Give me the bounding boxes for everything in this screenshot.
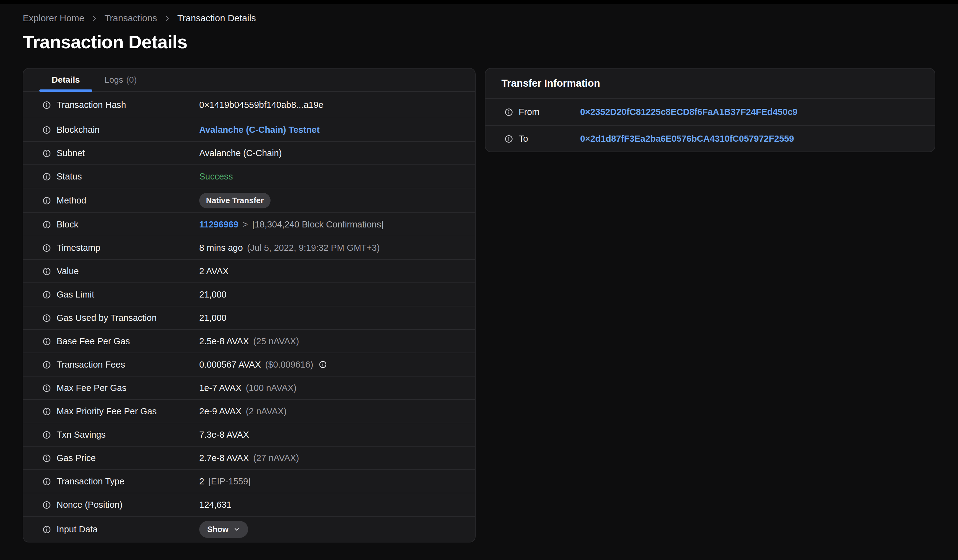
row-label-group: Timestamp: [43, 243, 199, 253]
row-from: From 0×2352D20fC81225c8ECD8f6FaA1B37F24F…: [485, 99, 935, 125]
chevron-right-icon: [91, 15, 98, 22]
row-subnet: Subnet Avalanche (C-Chain): [23, 141, 475, 165]
info-icon[interactable]: [43, 196, 51, 205]
row-max-priority-fee: Max Priority Fee Per Gas 2e-9 AVAX (2 nA…: [23, 399, 475, 422]
info-icon[interactable]: [43, 430, 51, 439]
info-icon[interactable]: [43, 314, 51, 323]
transaction-type-secondary: [EIP-1559]: [208, 476, 251, 487]
breadcrumb-explorer-home[interactable]: Explorer Home: [23, 13, 84, 23]
nonce-value: 124,631: [199, 500, 232, 510]
info-icon[interactable]: [43, 220, 51, 229]
row-label-group: Nonce (Position): [43, 500, 199, 510]
row-value: 2.7e-8 AVAX (27 nAVAX): [199, 453, 299, 463]
row-value: Avalanche (C-Chain): [199, 148, 282, 158]
row-value: 0×1419b04559bf140ab8...a19e: [199, 100, 324, 110]
chevron-right-icon: [164, 15, 171, 22]
top-edge-bar: [0, 0, 958, 4]
row-status: Status Success: [23, 165, 475, 188]
row-value: 0×2d1d87fF3Ea2ba6E0576bCA4310fC057972F25…: [580, 134, 794, 144]
row-value: 124,631: [199, 500, 232, 510]
timestamp-absolute: (Jul 5, 2022, 9:19:32 PM GMT+3): [247, 243, 380, 253]
base-fee-value: 2.5e-8 AVAX: [199, 336, 249, 346]
block-number-link[interactable]: 11296969: [199, 220, 238, 229]
row-label: Transaction Hash: [57, 100, 126, 110]
row-label: Status: [57, 171, 82, 182]
transaction-type-value: 2: [199, 476, 204, 487]
row-value: 21,000: [199, 313, 227, 323]
max-fee-secondary: (100 nAVAX): [246, 383, 297, 393]
info-icon[interactable]: [43, 172, 51, 181]
info-icon[interactable]: [43, 361, 51, 369]
row-label-group: To: [504, 134, 580, 144]
row-gas-used: Gas Used by Transaction 21,000: [23, 306, 475, 329]
row-value: 11296969 > [18,304,240 Block Confirmatio…: [199, 220, 384, 229]
info-icon[interactable]: [504, 134, 513, 143]
info-icon[interactable]: [319, 361, 327, 369]
info-icon[interactable]: [43, 384, 51, 392]
row-label-group: Transaction Type: [43, 476, 199, 487]
info-icon[interactable]: [43, 477, 51, 486]
transaction-details-card: Details Logs (0) Transaction Hash 0×1419…: [23, 68, 476, 543]
info-icon[interactable]: [43, 244, 51, 252]
show-input-data-button[interactable]: Show: [199, 521, 248, 538]
row-label: Txn Savings: [57, 430, 106, 440]
blockchain-link[interactable]: Avalanche (C-Chain) Testnet: [199, 125, 320, 135]
row-nonce: Nonce (Position) 124,631: [23, 493, 475, 516]
status-badge: Success: [199, 171, 233, 182]
info-icon[interactable]: [43, 501, 51, 509]
gas-price-secondary: (27 nAVAX): [253, 453, 299, 463]
row-label-group: Value: [43, 266, 199, 276]
row-timestamp: Timestamp 8 mins ago (Jul 5, 2022, 9:19:…: [23, 236, 475, 259]
row-label: From: [519, 107, 539, 117]
tab-details[interactable]: Details: [40, 68, 92, 91]
row-value-avax: Value 2 AVAX: [23, 259, 475, 282]
row-value: 2.5e-8 AVAX (25 nAVAX): [199, 336, 299, 346]
tab-logs-label: Logs: [105, 75, 123, 85]
tab-logs-count: (0): [126, 75, 137, 85]
transfer-information-card: Transfer Information From 0×2352D20fC812…: [485, 68, 935, 152]
row-label-group: Subnet: [43, 148, 199, 158]
row-value: 8 mins ago (Jul 5, 2022, 9:19:32 PM GMT+…: [199, 243, 380, 253]
row-label: To: [519, 134, 528, 144]
info-icon[interactable]: [504, 108, 513, 117]
max-priority-fee-value: 2e-9 AVAX: [199, 406, 242, 416]
transaction-hash-value: 0×1419b04559bf140ab8...a19e: [199, 100, 324, 110]
row-value: 1e-7 AVAX (100 nAVAX): [199, 383, 297, 393]
from-address-link[interactable]: 0×2352D20fC81225c8ECD8f6FaA1B37F24FEd450…: [580, 107, 798, 117]
info-icon[interactable]: [43, 407, 51, 416]
row-value: Native Transfer: [199, 193, 271, 209]
row-max-fee: Max Fee Per Gas 1e-7 AVAX (100 nAVAX): [23, 376, 475, 399]
row-label: Subnet: [57, 148, 85, 158]
row-label: Blockchain: [57, 125, 100, 135]
row-input-data: Input Data Show: [23, 516, 475, 542]
row-label-group: Method: [43, 196, 199, 206]
transaction-fees-value: 0.000567 AVAX: [199, 360, 261, 370]
row-label: Base Fee Per Gas: [57, 336, 130, 346]
breadcrumb-transaction-details: Transaction Details: [178, 13, 256, 23]
info-icon[interactable]: [43, 101, 51, 109]
info-icon[interactable]: [43, 337, 51, 346]
to-address-link[interactable]: 0×2d1d87fF3Ea2ba6E0576bCA4310fC057972F25…: [580, 134, 794, 144]
info-icon[interactable]: [43, 126, 51, 134]
row-label-group: Transaction Hash: [43, 100, 199, 110]
info-icon[interactable]: [43, 291, 51, 299]
tab-logs[interactable]: Logs (0): [92, 68, 149, 91]
row-label-group: Status: [43, 171, 199, 182]
info-icon[interactable]: [43, 267, 51, 276]
row-value: 2 [EIP-1559]: [199, 476, 251, 487]
row-label: Method: [57, 196, 86, 206]
info-icon[interactable]: [43, 525, 51, 534]
row-label-group: Base Fee Per Gas: [43, 336, 199, 346]
row-block: Block 11296969 > [18,304,240 Block Confi…: [23, 212, 475, 236]
info-icon[interactable]: [43, 149, 51, 158]
block-separator: >: [243, 220, 248, 229]
row-value: Success: [199, 171, 233, 182]
info-icon[interactable]: [43, 454, 51, 463]
page-content: Explorer Home Transactions Transaction D…: [0, 13, 958, 543]
row-value: 2 AVAX: [199, 266, 229, 276]
block-confirmations: [18,304,240 Block Confirmations]: [252, 220, 383, 229]
row-label: Gas Price: [57, 453, 96, 463]
row-label: Transaction Fees: [57, 360, 125, 370]
breadcrumb-transactions[interactable]: Transactions: [105, 13, 157, 23]
row-transaction-hash: Transaction Hash 0×1419b04559bf140ab8...…: [23, 92, 475, 118]
